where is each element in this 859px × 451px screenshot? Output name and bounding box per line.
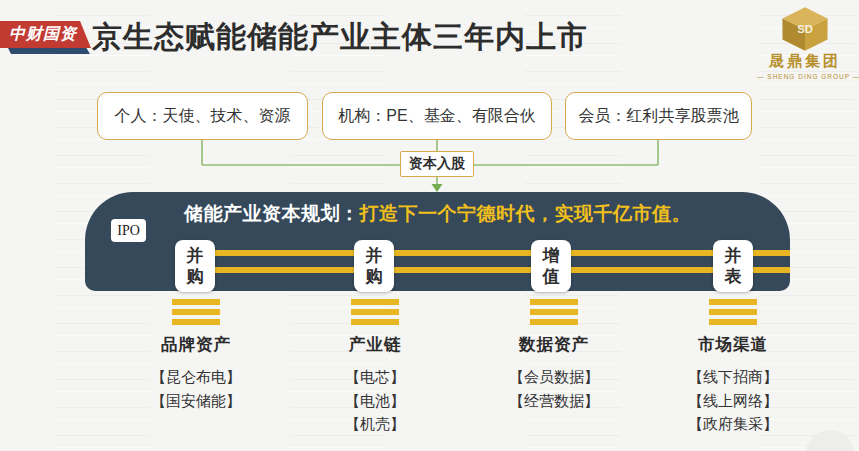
milestone-tab-value-add: 增值 (531, 240, 571, 292)
milestone-tab-label: 并购 (364, 240, 384, 287)
column-industry-chain: 产业链 【电芯】 【电池】 【机壳】 (290, 334, 460, 436)
arrow-down-icon (432, 184, 443, 192)
column-title: 数据资产 (469, 334, 639, 356)
brand-ribbon: 中财国资 (0, 21, 94, 48)
column-item: 【电池】 (290, 389, 460, 413)
milestone-tab-consolidation: 并表 (713, 240, 753, 292)
ipo-badge-label: IPO (117, 223, 140, 239)
capital-entry-label: 资本入股 (409, 155, 465, 173)
logo-company-subtitle: — SHENG DING GROUP — (757, 73, 853, 80)
page-title: 京生态赋能储能产业主体三年内上市 (92, 17, 588, 58)
ribbon-label: 中财国资 (9, 24, 77, 45)
milestone-tab-label: 并购 (185, 240, 205, 287)
triple-bar-icon (172, 299, 220, 329)
column-item: 【线上网络】 (648, 389, 818, 413)
capital-entry-label-box: 资本入股 (400, 151, 474, 177)
road-lane-line (175, 267, 790, 273)
triple-bar-icon (351, 299, 399, 329)
road-headline-highlight: 打造下一个宁德时代，实现千亿市值。 (360, 203, 692, 224)
column-item: 【会员数据】 (469, 365, 639, 389)
source-box-institution: 机构：PE、基金、有限合伙 (322, 92, 552, 140)
column-title: 品牌资产 (111, 334, 281, 356)
column-item: 【昆仑布电】 (111, 365, 281, 389)
company-logo: SD 晟鼎集团 — SHENG DING GROUP — (757, 6, 853, 80)
logo-company-name: 晟鼎集团 (757, 52, 853, 71)
column-market-channels: 市场渠道 【线下招商】 【线上网络】 【政府集采】 (648, 334, 818, 436)
source-box-member: 会员：红利共享股票池 (565, 92, 752, 140)
column-item: 【政府集采】 (648, 412, 818, 436)
column-brand-assets: 品牌资产 【昆仑布电】 【国安储能】 (111, 334, 281, 412)
source-box-institution-label: 机构：PE、基金、有限合伙 (338, 106, 535, 127)
column-title: 产业链 (290, 334, 460, 356)
column-item: 【经营数据】 (469, 389, 639, 413)
source-box-member-label: 会员：红利共享股票池 (579, 106, 739, 127)
sd-cube-icon: SD (779, 6, 831, 52)
ipo-badge: IPO (111, 219, 146, 242)
road-headline: 储能产业资本规划：打造下一个宁德时代，实现千亿市值。 (85, 201, 790, 227)
triple-bar-icon (709, 299, 757, 329)
column-item: 【电芯】 (290, 365, 460, 389)
column-item: 【机壳】 (290, 412, 460, 436)
column-data-assets: 数据资产 【会员数据】 【经营数据】 (469, 334, 639, 412)
column-title: 市场渠道 (648, 334, 818, 356)
milestone-tab-label: 增值 (541, 240, 561, 287)
road-headline-prefix: 储能产业资本规划： (184, 203, 360, 224)
source-box-individual: 个人：天使、技术、资源 (97, 92, 308, 140)
column-item: 【线下招商】 (648, 365, 818, 389)
milestone-tab-merger-2: 并购 (354, 240, 394, 292)
milestone-tab-merger-1: 并购 (175, 240, 215, 292)
triple-bar-icon (530, 299, 578, 329)
column-item: 【国安储能】 (111, 389, 281, 413)
road-lane-line (175, 250, 790, 256)
logo-monogram: SD (797, 23, 813, 35)
milestone-tab-label: 并表 (723, 240, 743, 287)
source-box-individual-label: 个人：天使、技术、资源 (115, 106, 291, 127)
